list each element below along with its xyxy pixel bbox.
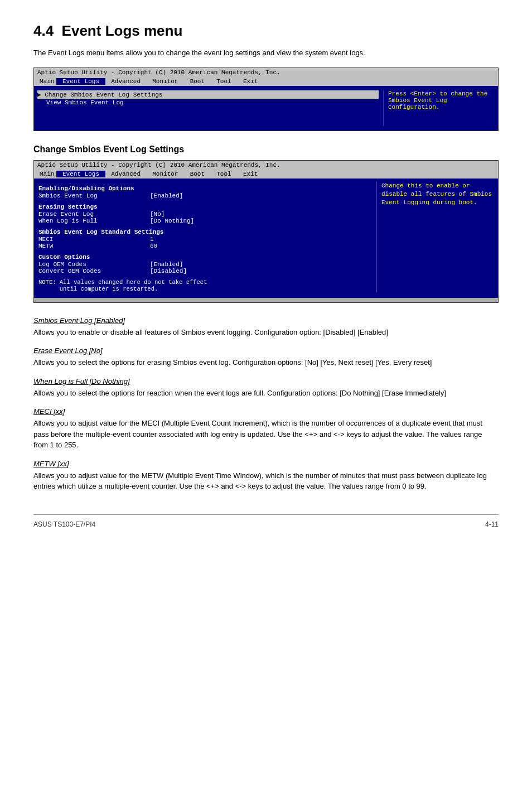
bios-nav2-advanced: Advanced [105, 171, 147, 177]
option-title-4: METW [xx] [33, 460, 499, 468]
option-section-3: MECI [xx]Allows you to adjust value for … [33, 407, 499, 451]
bios-body-1: ▶ Change Smbios Event Log Settings View … [34, 86, 498, 131]
bios-row-convert-oem: Convert OEM Codes [Disabled] [38, 268, 372, 274]
bios-menu-item-change: ▶ Change Smbios Event Log Settings [37, 90, 379, 99]
bios-nav-1: Main Event Logs Advanced Monitor Boot To… [34, 77, 498, 86]
bios-row-metw: METW 60 [38, 243, 372, 249]
bios-nav-advanced: Advanced [105, 78, 147, 85]
bios-nav2-monitor: Monitor [147, 171, 184, 177]
option-section-2: When Log is Full [Do Nothing]Allows you … [33, 377, 499, 399]
bios-nav2-eventlogs: Event Logs [56, 171, 105, 177]
bios-body-2: Enabling/Disabling Options Smbios Event … [34, 179, 498, 296]
options-container: Smbios Event Log [Enabled]Allows you to … [33, 316, 499, 492]
subsection-title: Change Smbios Event Log Settings [33, 144, 499, 155]
section-title: 4.4 Event Logs menu [33, 22, 499, 40]
option-title-1: Erase Event Log [No] [33, 346, 499, 355]
bios-nav2-main: Main [37, 171, 56, 177]
bios-bottom-bar [34, 298, 498, 302]
bios-nav-monitor: Monitor [147, 78, 184, 85]
bios-nav-tool: Tool [211, 78, 238, 85]
bios-note: NOTE: All values changed here do not tak… [38, 279, 372, 292]
bios-nav2-exit: Exit [237, 171, 264, 177]
option-desc-1: Allows you to select the options for era… [33, 357, 499, 368]
bios-menu-item-view: View Smbios Event Log [37, 99, 379, 107]
bios-nav-exit: Exit [237, 78, 264, 85]
bios-section-enabling: Enabling/Disabling Options [38, 185, 372, 192]
bios-nav2-tool: Tool [211, 171, 238, 177]
bios-screen-1: Aptio Setup Utility - Copyright (C) 2010… [33, 67, 499, 131]
bios-nav-eventlogs: Event Logs [56, 78, 105, 85]
footer-left: ASUS TS100-E7/PI4 [33, 520, 95, 528]
option-desc-2: Allows you to select the options for rea… [33, 388, 499, 399]
option-title-0: Smbios Event Log [Enabled] [33, 316, 499, 325]
bios-screen-2: Aptio Setup Utility - Copyright (C) 2010… [33, 160, 499, 303]
bios-row-smbios-log: Smbios Event Log [Enabled] [38, 192, 372, 199]
option-section-4: METW [xx]Allows you to adjust value for … [33, 460, 499, 492]
bios-left-1: ▶ Change Smbios Event Log Settings View … [37, 90, 383, 126]
intro-paragraph: The Event Logs menu items allow you to c… [33, 47, 499, 59]
bios-nav2-boot: Boot [184, 171, 211, 177]
bios-nav-boot: Boot [184, 78, 211, 85]
bios-help-1: Press <Enter> to change the Smbios Event… [383, 90, 495, 126]
bios-nav-2: Main Event Logs Advanced Monitor Boot To… [34, 170, 498, 179]
option-title-2: When Log is Full [Do Nothing] [33, 377, 499, 385]
bios-header-2: Aptio Setup Utility - Copyright (C) 2010… [34, 161, 498, 170]
bios-row-log-oem: Log OEM Codes [Enabled] [38, 261, 372, 268]
bios-section-custom: Custom Options [38, 254, 372, 261]
option-section-1: Erase Event Log [No]Allows you to select… [33, 346, 499, 368]
footer-right: 4-11 [485, 520, 499, 528]
bios-section-erasing: Erasing Settings [38, 204, 372, 210]
page-footer: ASUS TS100-E7/PI4 4-11 [33, 514, 499, 528]
option-desc-0: Allows you to enable or disable all feat… [33, 327, 499, 338]
bios-help-2: Change this to enable or disable all fea… [376, 182, 494, 292]
option-desc-3: Allows you to adjust value for the MECI … [33, 418, 499, 451]
bios-nav-main: Main [37, 78, 56, 85]
bios-left-2: Enabling/Disabling Options Smbios Event … [38, 182, 376, 292]
option-title-3: MECI [xx] [33, 407, 499, 416]
bios-row-meci: MECI 1 [38, 236, 372, 243]
option-desc-4: Allows you to adjust value for the METW … [33, 470, 499, 492]
bios-header-1: Aptio Setup Utility - Copyright (C) 2010… [34, 68, 498, 77]
option-section-0: Smbios Event Log [Enabled]Allows you to … [33, 316, 499, 338]
bios-row-when-full: When Log is Full [Do Nothing] [38, 218, 372, 224]
bios-row-erase-log: Erase Event Log [No] [38, 211, 372, 218]
bios-section-standard: Smbios Event Log Standard Settings [38, 229, 372, 235]
